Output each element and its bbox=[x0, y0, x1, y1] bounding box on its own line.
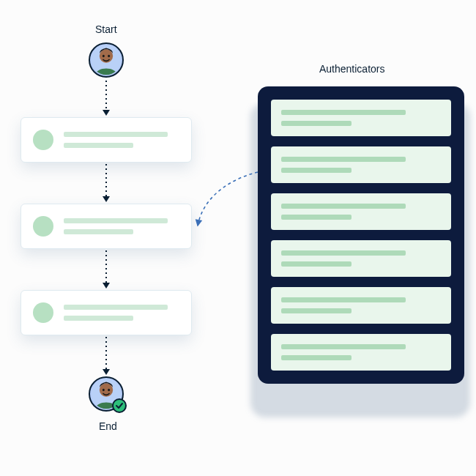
start-avatar bbox=[89, 42, 124, 78]
check-badge-icon bbox=[112, 398, 127, 413]
flow-step-3 bbox=[21, 290, 192, 335]
diagram-stage: Start bbox=[0, 0, 476, 476]
authenticator-item bbox=[271, 193, 451, 230]
step-icon-placeholder bbox=[33, 216, 53, 237]
authenticator-item bbox=[271, 146, 451, 183]
step-text-placeholder bbox=[64, 132, 179, 148]
authenticator-item bbox=[271, 287, 451, 324]
connector-start-to-step1 bbox=[105, 81, 107, 111]
connector-step2-to-step3 bbox=[105, 250, 107, 284]
end-label: End bbox=[99, 420, 117, 432]
connector-step1-to-step2 bbox=[105, 164, 107, 198]
authenticators-panel bbox=[258, 86, 464, 384]
step-text-placeholder bbox=[64, 218, 179, 234]
step-icon-placeholder bbox=[33, 130, 53, 150]
authenticator-item bbox=[271, 100, 451, 136]
arrowhead-icon bbox=[103, 369, 110, 375]
step-icon-placeholder bbox=[33, 302, 53, 323]
arrowhead-icon bbox=[103, 110, 110, 116]
arrowhead-icon bbox=[103, 196, 110, 202]
step-text-placeholder bbox=[64, 305, 179, 321]
flow-step-2 bbox=[21, 204, 192, 249]
svg-point-8 bbox=[103, 389, 105, 392]
svg-point-9 bbox=[108, 389, 110, 392]
connector-step3-to-end bbox=[105, 337, 107, 371]
svg-point-3 bbox=[103, 55, 105, 58]
authenticators-label: Authenticators bbox=[319, 63, 385, 75]
flow-step-1 bbox=[21, 117, 192, 163]
svg-point-4 bbox=[108, 55, 110, 58]
arrowhead-icon bbox=[103, 283, 110, 289]
start-label: Start bbox=[95, 23, 117, 35]
authenticator-item bbox=[271, 240, 451, 277]
authenticator-item bbox=[271, 334, 451, 371]
end-avatar bbox=[89, 376, 124, 412]
